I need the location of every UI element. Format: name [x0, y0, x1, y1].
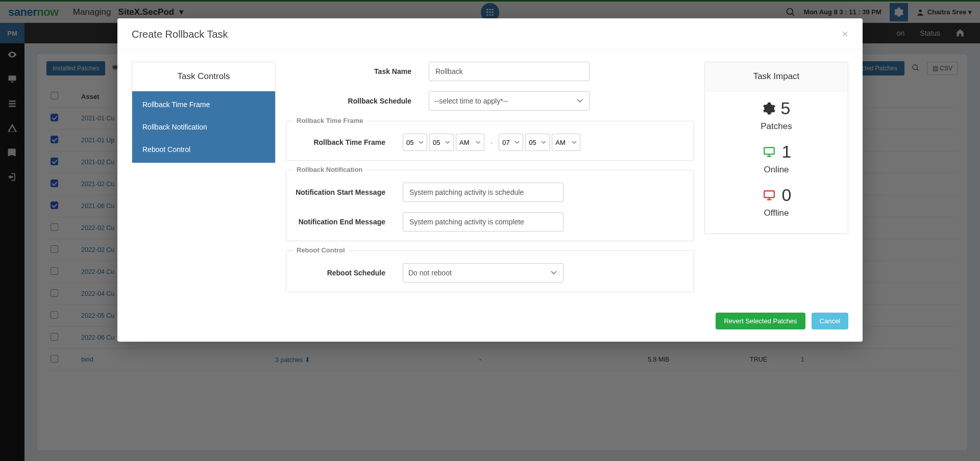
impact-offline-label: Offline: [710, 208, 843, 218]
impact-patches-num: 5: [781, 98, 791, 118]
modal-title: Create Rollback Task: [132, 29, 228, 40]
modal-footer: Revert Selected Patches Cancel: [117, 311, 863, 342]
task-name-label: Task Name: [286, 67, 429, 75]
tf-to-ap[interactable]: AM: [552, 134, 580, 151]
impact-patches-row: 5: [710, 98, 843, 118]
reboot-label: Reboot Schedule: [296, 269, 403, 277]
form-area: Task Name Rollback Schedule --select tim…: [286, 62, 694, 301]
reboot-schedule-select[interactable]: Do not reboot: [403, 263, 564, 283]
impact-offline-num: 0: [782, 185, 792, 205]
tf-to-mm[interactable]: 05: [525, 134, 550, 151]
modal-body: Task Controls Rollback Time Frame Rollba…: [117, 49, 863, 311]
fieldset-reboot-legend: Reboot Control: [293, 246, 348, 254]
task-controls-panel: Task Controls Rollback Time Frame Rollba…: [132, 62, 276, 163]
impact-patches-label: Patches: [710, 121, 843, 132]
notify-end-input[interactable]: [403, 212, 564, 232]
tc-item-notification[interactable]: Rollback Notification: [132, 116, 275, 138]
tf-from-mm[interactable]: 05: [429, 134, 454, 151]
close-icon[interactable]: ×: [842, 28, 848, 41]
impact-offline-row: 0: [710, 185, 843, 205]
fieldset-notification: Rollback Notification Notification Start…: [286, 170, 694, 241]
timeframe-label: Rollback Time Frame: [296, 138, 403, 146]
impact-online-num: 1: [782, 142, 792, 162]
fieldset-timeframe-legend: Rollback Time Frame: [293, 117, 366, 124]
notify-start-label: Notification Start Message: [296, 188, 403, 196]
revert-selected-button[interactable]: Revert Selected Patches: [716, 313, 805, 329]
monitor-offline-icon: [762, 189, 777, 202]
rollback-schedule-label: Rollback Schedule: [286, 97, 429, 105]
tf-to-hh[interactable]: 07: [499, 134, 523, 151]
task-impact-body: 5 Patches 1 Online 0 Offline: [705, 91, 848, 234]
impact-online-row: 1: [710, 142, 843, 162]
timeframe-separator: -: [491, 139, 493, 146]
impact-online-label: Online: [710, 165, 843, 175]
task-impact-panel: Task Impact 5 Patches 1 Online 0: [704, 62, 848, 234]
tc-item-reboot[interactable]: Reboot Control: [132, 138, 275, 161]
rollback-schedule-select[interactable]: --select time to apply*--: [429, 91, 590, 111]
modal-overlay: Create Rollback Task × Task Controls Rol…: [0, 0, 980, 461]
monitor-online-icon: [762, 145, 777, 159]
tf-from-hh[interactable]: 05: [403, 134, 427, 151]
notify-end-label: Notification End Message: [296, 218, 403, 226]
gear-icon: [763, 102, 776, 115]
svg-rect-24: [764, 191, 774, 197]
modal-header: Create Rollback Task ×: [117, 18, 863, 49]
fieldset-timeframe: Rollback Time Frame Rollback Time Frame …: [286, 121, 694, 161]
task-controls-list: Rollback Time Frame Rollback Notificatio…: [132, 91, 275, 163]
task-name-input[interactable]: [429, 62, 590, 81]
cancel-button[interactable]: Cancel: [812, 313, 848, 329]
task-impact-head: Task Impact: [705, 62, 848, 91]
tc-item-timeframe[interactable]: Rollback Time Frame: [132, 93, 275, 116]
fieldset-reboot: Reboot Control Reboot Schedule Do not re…: [286, 250, 694, 292]
tf-from-ap[interactable]: AM: [456, 134, 484, 151]
task-controls-head: Task Controls: [132, 62, 275, 91]
svg-rect-21: [764, 147, 774, 154]
fieldset-notify-legend: Rollback Notification: [293, 166, 365, 173]
create-rollback-modal: Create Rollback Task × Task Controls Rol…: [117, 18, 863, 342]
notify-start-input[interactable]: [403, 183, 564, 202]
